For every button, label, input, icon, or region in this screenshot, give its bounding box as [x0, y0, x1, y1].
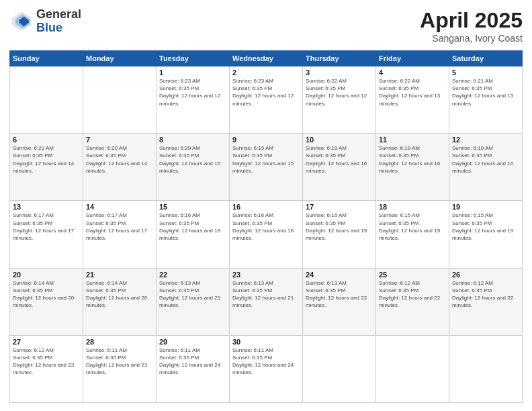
day-info: Sunrise: 6:12 AM Sunset: 6:35 PM Dayligh… — [452, 279, 519, 310]
col-sunday: Sunday — [10, 51, 83, 66]
logo: General Blue — [9, 8, 81, 35]
day-info: Sunrise: 6:12 AM Sunset: 6:35 PM Dayligh… — [379, 279, 446, 310]
calendar-header-row: Sunday Monday Tuesday Wednesday Thursday… — [10, 51, 523, 66]
day-number: 26 — [452, 271, 519, 279]
table-row: 8Sunrise: 6:20 AM Sunset: 6:35 PM Daylig… — [157, 134, 230, 201]
day-number: 15 — [159, 203, 226, 211]
table-row: 23Sunrise: 6:13 AM Sunset: 6:35 PM Dayli… — [230, 268, 303, 335]
day-info: Sunrise: 6:15 AM Sunset: 6:35 PM Dayligh… — [379, 212, 446, 242]
table-row: 24Sunrise: 6:13 AM Sunset: 6:35 PM Dayli… — [303, 268, 376, 335]
day-number: 22 — [159, 271, 226, 279]
table-row — [376, 335, 449, 402]
day-info: Sunrise: 6:18 AM Sunset: 6:35 PM Dayligh… — [452, 144, 519, 175]
day-info: Sunrise: 6:16 AM Sunset: 6:35 PM Dayligh… — [232, 212, 300, 242]
table-row: 15Sunrise: 6:16 AM Sunset: 6:35 PM Dayli… — [157, 201, 230, 268]
col-saturday: Saturday — [449, 51, 523, 66]
day-number: 14 — [86, 203, 153, 211]
day-info: Sunrise: 6:20 AM Sunset: 6:35 PM Dayligh… — [159, 144, 226, 175]
day-info: Sunrise: 6:21 AM Sunset: 6:35 PM Dayligh… — [13, 144, 80, 175]
table-row: 10Sunrise: 6:19 AM Sunset: 6:35 PM Dayli… — [303, 134, 376, 201]
calendar-week-row: 20Sunrise: 6:14 AM Sunset: 6:35 PM Dayli… — [10, 268, 523, 335]
table-row — [449, 335, 523, 402]
day-number: 7 — [86, 136, 153, 144]
table-row: 5Sunrise: 6:21 AM Sunset: 6:35 PM Daylig… — [449, 66, 523, 134]
logo-general: General — [36, 8, 81, 21]
table-row: 21Sunrise: 6:14 AM Sunset: 6:35 PM Dayli… — [83, 268, 157, 335]
day-info: Sunrise: 6:21 AM Sunset: 6:35 PM Dayligh… — [452, 77, 519, 107]
day-number: 24 — [306, 271, 373, 279]
day-number: 10 — [306, 136, 373, 144]
subtitle: Sangana, Ivory Coast — [420, 33, 523, 44]
day-number: 1 — [159, 68, 226, 77]
day-number: 9 — [232, 136, 300, 144]
table-row: 13Sunrise: 6:17 AM Sunset: 6:35 PM Dayli… — [10, 201, 83, 268]
day-info: Sunrise: 6:13 AM Sunset: 6:35 PM Dayligh… — [232, 279, 300, 310]
title-block: April 2025 Sangana, Ivory Coast — [420, 8, 523, 44]
table-row: 9Sunrise: 6:19 AM Sunset: 6:35 PM Daylig… — [230, 134, 303, 201]
day-info: Sunrise: 6:20 AM Sunset: 6:35 PM Dayligh… — [86, 144, 153, 175]
day-number: 20 — [13, 271, 80, 279]
day-number: 29 — [159, 338, 226, 346]
calendar-week-row: 13Sunrise: 6:17 AM Sunset: 6:35 PM Dayli… — [10, 201, 523, 268]
day-info: Sunrise: 6:19 AM Sunset: 6:35 PM Dayligh… — [232, 144, 300, 175]
day-info: Sunrise: 6:13 AM Sunset: 6:35 PM Dayligh… — [306, 279, 373, 310]
header: General Blue April 2025 Sangana, Ivory C… — [9, 8, 523, 44]
table-row: 30Sunrise: 6:11 AM Sunset: 6:35 PM Dayli… — [230, 335, 303, 402]
day-info: Sunrise: 6:15 AM Sunset: 6:35 PM Dayligh… — [452, 212, 519, 242]
day-info: Sunrise: 6:11 AM Sunset: 6:35 PM Dayligh… — [86, 347, 153, 377]
day-info: Sunrise: 6:16 AM Sunset: 6:35 PM Dayligh… — [306, 212, 373, 242]
calendar-week-row: 6Sunrise: 6:21 AM Sunset: 6:35 PM Daylig… — [10, 134, 523, 201]
table-row: 7Sunrise: 6:20 AM Sunset: 6:35 PM Daylig… — [83, 134, 157, 201]
day-number: 25 — [379, 271, 446, 279]
day-info: Sunrise: 6:14 AM Sunset: 6:35 PM Dayligh… — [86, 279, 153, 310]
day-info: Sunrise: 6:22 AM Sunset: 6:35 PM Dayligh… — [306, 77, 373, 107]
day-number: 19 — [452, 203, 519, 211]
col-wednesday: Wednesday — [230, 51, 303, 66]
table-row: 6Sunrise: 6:21 AM Sunset: 6:35 PM Daylig… — [10, 134, 83, 201]
table-row — [303, 335, 376, 402]
day-number: 13 — [13, 203, 80, 211]
table-row: 19Sunrise: 6:15 AM Sunset: 6:35 PM Dayli… — [449, 201, 523, 268]
day-info: Sunrise: 6:17 AM Sunset: 6:35 PM Dayligh… — [86, 212, 153, 242]
table-row: 20Sunrise: 6:14 AM Sunset: 6:35 PM Dayli… — [10, 268, 83, 335]
calendar-week-row: 27Sunrise: 6:12 AM Sunset: 6:35 PM Dayli… — [10, 335, 523, 402]
day-info: Sunrise: 6:12 AM Sunset: 6:35 PM Dayligh… — [13, 347, 80, 377]
day-number: 11 — [379, 136, 446, 144]
col-thursday: Thursday — [303, 51, 376, 66]
day-info: Sunrise: 6:11 AM Sunset: 6:35 PM Dayligh… — [232, 347, 300, 377]
day-info: Sunrise: 6:17 AM Sunset: 6:35 PM Dayligh… — [13, 212, 80, 242]
logo-blue: Blue — [36, 21, 81, 35]
table-row — [83, 66, 157, 134]
day-number: 2 — [232, 68, 300, 77]
day-info: Sunrise: 6:16 AM Sunset: 6:35 PM Dayligh… — [159, 212, 226, 242]
table-row — [10, 66, 83, 134]
table-row: 25Sunrise: 6:12 AM Sunset: 6:35 PM Dayli… — [376, 268, 449, 335]
table-row: 3Sunrise: 6:22 AM Sunset: 6:35 PM Daylig… — [303, 66, 376, 134]
day-number: 5 — [452, 68, 519, 77]
day-info: Sunrise: 6:18 AM Sunset: 6:35 PM Dayligh… — [379, 144, 446, 175]
day-number: 28 — [86, 338, 153, 346]
day-number: 12 — [452, 136, 519, 144]
table-row: 1Sunrise: 6:23 AM Sunset: 6:35 PM Daylig… — [157, 66, 230, 134]
day-number: 17 — [306, 203, 373, 211]
day-number: 8 — [159, 136, 226, 144]
table-row: 18Sunrise: 6:15 AM Sunset: 6:35 PM Dayli… — [376, 201, 449, 268]
table-row: 14Sunrise: 6:17 AM Sunset: 6:35 PM Dayli… — [83, 201, 157, 268]
table-row: 2Sunrise: 6:23 AM Sunset: 6:35 PM Daylig… — [230, 66, 303, 134]
day-number: 27 — [13, 338, 80, 346]
main-title: April 2025 — [420, 8, 523, 33]
day-number: 21 — [86, 271, 153, 279]
day-number: 16 — [232, 203, 300, 211]
calendar-table: Sunday Monday Tuesday Wednesday Thursday… — [9, 50, 523, 403]
table-row: 29Sunrise: 6:11 AM Sunset: 6:35 PM Dayli… — [157, 335, 230, 402]
day-info: Sunrise: 6:14 AM Sunset: 6:35 PM Dayligh… — [13, 279, 80, 310]
calendar-week-row: 1Sunrise: 6:23 AM Sunset: 6:35 PM Daylig… — [10, 66, 523, 134]
day-info: Sunrise: 6:22 AM Sunset: 6:35 PM Dayligh… — [379, 77, 446, 107]
table-row: 12Sunrise: 6:18 AM Sunset: 6:35 PM Dayli… — [449, 134, 523, 201]
day-number: 18 — [379, 203, 446, 211]
table-row: 4Sunrise: 6:22 AM Sunset: 6:35 PM Daylig… — [376, 66, 449, 134]
day-info: Sunrise: 6:13 AM Sunset: 6:35 PM Dayligh… — [159, 279, 226, 310]
table-row: 22Sunrise: 6:13 AM Sunset: 6:35 PM Dayli… — [157, 268, 230, 335]
day-number: 4 — [379, 68, 446, 77]
table-row: 16Sunrise: 6:16 AM Sunset: 6:35 PM Dayli… — [230, 201, 303, 268]
